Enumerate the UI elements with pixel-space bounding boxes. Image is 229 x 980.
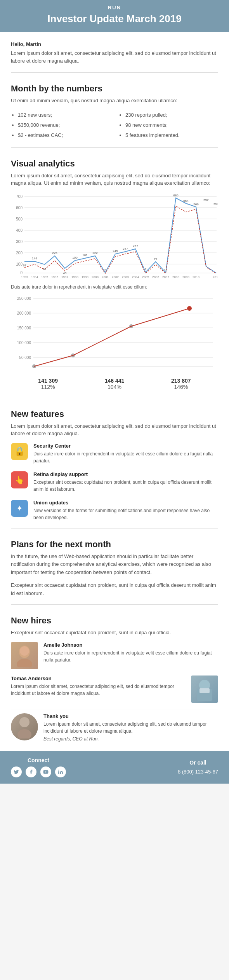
svg-text:654: 654 [183, 199, 189, 203]
svg-text:150 000: 150 000 [17, 326, 31, 330]
greeting: Hello, Martin [11, 41, 218, 47]
hires-heading: New hires [11, 612, 218, 626]
security-icon: 🔒 [11, 443, 28, 460]
svg-text:100 000: 100 000 [17, 341, 31, 345]
svg-text:700: 700 [16, 194, 23, 199]
hire-amelle-info: Amelle Johnson Duis aute irure dolor in … [43, 642, 218, 663]
svg-text:200 000: 200 000 [17, 311, 31, 315]
svg-text:200: 200 [16, 251, 23, 255]
divider-5 [11, 604, 218, 605]
number-item: 5 features implemented. [125, 130, 218, 140]
divider-2 [11, 147, 218, 148]
svg-text:2003: 2003 [122, 275, 129, 278]
stat-1: 141 309 112% [38, 378, 58, 390]
svg-text:1995: 1995 [41, 275, 48, 278]
svg-text:400: 400 [16, 228, 23, 233]
hire-amelle-avatar [11, 642, 38, 669]
svg-text:0: 0 [20, 271, 23, 275]
feature-union-title: Union updates [33, 500, 218, 506]
hire-amelle: Amelle Johnson Duis aute irure dolor in … [11, 642, 218, 669]
brand-name: RUN [8, 5, 221, 10]
svg-text:222: 222 [92, 251, 98, 255]
hire-amelle-text: Duis aute irure dolor in reprehenderit i… [43, 649, 218, 663]
svg-text:2006: 2006 [152, 275, 159, 278]
svg-text:600: 600 [16, 206, 23, 210]
svg-text:2000: 2000 [92, 275, 99, 278]
svg-text:686: 686 [173, 194, 179, 197]
feature-security-title: Security Center [33, 443, 218, 449]
svg-point-71 [17, 659, 32, 667]
svg-text:2002: 2002 [112, 275, 119, 278]
svg-text:2009: 2009 [182, 275, 189, 278]
svg-text:250 000: 250 000 [17, 296, 31, 301]
features-subtext: Lorem ipsum dolor sit amet, consectetur … [11, 422, 218, 438]
hire-tomas: Tomas Anderson Lorem ipsum dolor sit ame… [11, 676, 218, 703]
plans-heading: Plans for the next month [11, 536, 218, 550]
svg-text:226: 226 [52, 251, 57, 255]
chart1-container: 700 600 500 400 300 200 100 0 [11, 192, 218, 278]
footer-call: Or call 8 (800) 123-45-67 [178, 760, 218, 775]
analytics-heading: Visual analytics [11, 155, 218, 169]
svg-text:1999: 1999 [82, 275, 88, 278]
feature-retina-title: Retina display support [33, 471, 218, 477]
svg-text:77: 77 [154, 257, 158, 261]
header: RUN Investor Update March 2019 [0, 0, 229, 32]
svg-text:1998: 1998 [71, 275, 78, 278]
hire-tomas-info: Tomas Anderson Lorem ipsum dolor sit ame… [11, 676, 186, 697]
feature-retina: 👆 Retina display support Excepteur sint … [11, 471, 218, 493]
numbers-list-right: 230 reports pulled; 98 new comments; 5 f… [118, 110, 218, 140]
number-item: 98 new comments; [125, 120, 218, 130]
svg-text:2007: 2007 [162, 275, 169, 278]
intro-text: Lorem ipsum dolor sit amet, consectetur … [11, 49, 218, 65]
thankyou-title: Thank you [43, 713, 218, 719]
hire-amelle-name: Amelle Johnson [43, 642, 218, 648]
svg-text:2008: 2008 [172, 275, 179, 278]
svg-point-76 [19, 717, 29, 727]
svg-text:43: 43 [63, 271, 67, 275]
thankyou-info: Thank you Lorem ipsum dolor sit amet, co… [43, 713, 218, 742]
svg-text:247: 247 [123, 247, 128, 250]
footer-connect: Connect [11, 757, 66, 777]
svg-text:150: 150 [72, 256, 78, 259]
svg-text:2005: 2005 [142, 275, 149, 278]
footer-phone: 8 (800) 123-45-67 [178, 769, 218, 775]
linkedin-icon[interactable] [55, 766, 66, 777]
svg-text:144: 144 [32, 257, 37, 260]
number-item: 102 new users; [18, 110, 111, 120]
thankyou-text: Lorem ipsum dolor sit amet, consectetur … [43, 721, 218, 735]
chart2-svg: 250 000 200 000 150 000 100 000 50 000 [11, 294, 218, 372]
stat-3: 213 807 146% [171, 378, 191, 390]
svg-text:7: 7 [145, 268, 147, 271]
svg-text:10: 10 [164, 268, 168, 272]
svg-text:500: 500 [16, 217, 23, 221]
svg-text:2011: 2011 [213, 275, 218, 278]
svg-text:2001: 2001 [102, 275, 109, 278]
chart2-container: 250 000 200 000 150 000 100 000 50 000 [11, 294, 218, 372]
feature-union-info: Union updates New versions of the forms … [33, 500, 218, 521]
thankyou-signature: Best regards, CEO at Run. [43, 736, 218, 742]
feature-retina-text: Excepteur sint occaecat cupidatat non pr… [33, 479, 218, 493]
numbers-list-left: 102 new users; $350,000 revenue; $2 - es… [11, 110, 111, 140]
stat-2: 146 441 104% [105, 378, 125, 390]
number-item: $2 - estimates CAC; [18, 130, 111, 140]
svg-text:2010: 2010 [193, 275, 200, 278]
divider-3 [11, 398, 218, 398]
number-item: $350,000 revenue; [18, 120, 111, 130]
hire-tomas-text: Lorem ipsum dolor sit amet, consectetur … [11, 683, 186, 697]
svg-text:245: 245 [113, 249, 118, 253]
feature-security-text: Duis aute irure dolor in reprehenderit i… [33, 450, 218, 464]
numbers-grid: 102 new users; $350,000 revenue; $2 - es… [11, 110, 218, 140]
stat-percent-2: 104% [108, 384, 121, 390]
svg-text:1997: 1997 [61, 275, 68, 278]
svg-text:50 000: 50 000 [19, 355, 31, 360]
page-title: Investor Update March 2019 [8, 13, 221, 25]
svg-text:1993: 1993 [21, 275, 28, 278]
twitter-icon[interactable] [11, 766, 22, 777]
footer-connect-label: Connect [11, 757, 66, 763]
facebook-icon[interactable] [26, 766, 36, 777]
footer: Connect Or call 8 (800) 123-45-67 [0, 751, 229, 784]
svg-point-72 [20, 646, 29, 656]
youtube-icon[interactable] [40, 766, 51, 777]
svg-point-77 [17, 729, 31, 738]
plans-text-1: In the future, the use of Web-based appl… [11, 553, 218, 577]
